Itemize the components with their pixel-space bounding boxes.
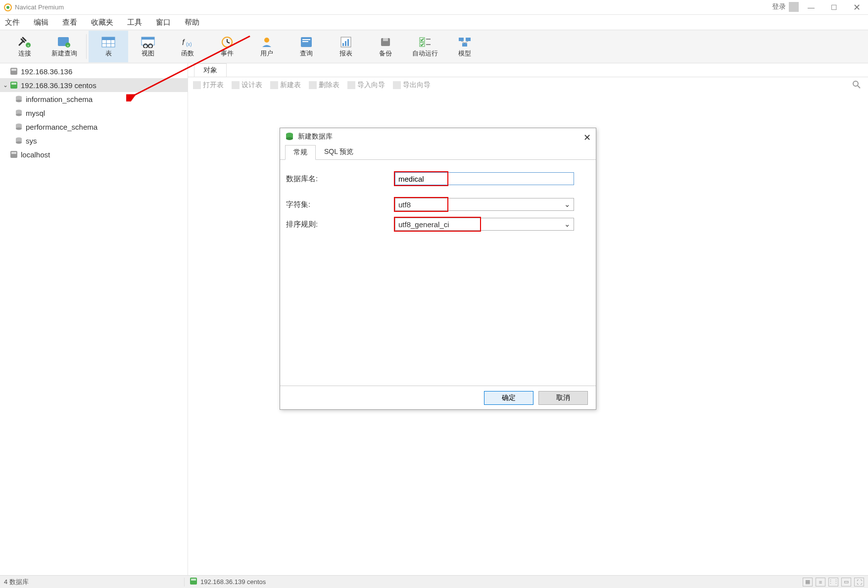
open-table-button[interactable]: 打开表 <box>193 81 224 90</box>
collation-select[interactable]: utf8_general_ci ⌄ <box>395 218 574 231</box>
menu-help[interactable]: 帮助 <box>185 18 199 27</box>
statusbar: 4 数据库 192.168.36.139 centos ▦ ≡ ⋮⋮ ▭ ⛶ <box>0 575 868 588</box>
status-db-count: 4 数据库 <box>4 578 185 587</box>
tree-db-mysql[interactable]: mysql <box>0 106 188 120</box>
svg-rect-30 <box>383 38 388 41</box>
svg-text:+: + <box>27 44 30 48</box>
server-active-icon <box>190 577 197 587</box>
svg-point-55 <box>16 142 22 144</box>
svg-line-20 <box>227 42 230 43</box>
search-icon[interactable] <box>852 80 861 91</box>
menu-favorites[interactable]: 收藏夹 <box>91 18 113 27</box>
minimize-button[interactable]: — <box>800 0 822 15</box>
app-title: Navicat Premium <box>15 3 64 11</box>
charset-select[interactable]: utf8 ⌄ <box>395 198 574 211</box>
dialog-footer: 确定 取消 <box>280 386 596 409</box>
toolbar-autorun[interactable]: 自动运行 <box>405 31 445 62</box>
label-charset: 字符集: <box>286 200 395 209</box>
toolbar-table[interactable]: 表 <box>89 31 128 62</box>
tree-db-information-schema[interactable]: information_schema <box>0 92 188 106</box>
menu-view[interactable]: 查看 <box>62 18 77 27</box>
autorun-icon <box>417 35 433 49</box>
tab-sql-preview[interactable]: SQL 预览 <box>316 145 362 159</box>
toolbar-backup[interactable]: 备份 <box>366 31 405 62</box>
collapse-icon[interactable]: ⌄ <box>2 82 9 89</box>
new-table-button[interactable]: 新建表 <box>270 81 301 90</box>
login-area[interactable]: 登录 <box>772 2 799 12</box>
tree-connection-2[interactable]: ⌄ 192.168.36.139 centos <box>0 78 188 92</box>
svg-text:+: + <box>67 44 69 48</box>
svg-rect-28 <box>347 39 349 46</box>
toolbar-query[interactable]: 查询 <box>287 31 326 62</box>
toolbar-event[interactable]: 事件 <box>207 31 247 62</box>
dialog-close-button[interactable]: ✕ <box>583 132 591 143</box>
svg-point-49 <box>16 114 22 116</box>
menu-file[interactable]: 文件 <box>5 18 20 27</box>
toolbar-model[interactable]: 模型 <box>445 31 484 62</box>
grid-view-icon[interactable]: ▦ <box>803 578 813 587</box>
window-controls: — ☐ ✕ <box>800 0 868 15</box>
toolbar-function[interactable]: f(x) 函数 <box>168 31 207 62</box>
svg-line-38 <box>461 41 465 43</box>
connection-tree: 192.168.36.136 ⌄ 192.168.36.139 centos i… <box>0 63 188 575</box>
toolbar-report[interactable]: 报表 <box>326 31 366 62</box>
label-dbname: 数据库名: <box>286 174 395 184</box>
server-icon <box>9 67 19 76</box>
status-view-buttons: ▦ ≡ ⋮⋮ ▭ ⛶ <box>803 578 864 587</box>
menu-edit[interactable]: 编辑 <box>34 18 48 27</box>
tree-db-sys[interactable]: sys <box>0 134 188 147</box>
menubar: 文件 编辑 查看 收藏夹 工具 窗口 帮助 <box>0 15 868 30</box>
query-icon <box>298 35 314 49</box>
panel-view-icon[interactable]: ▭ <box>841 578 851 587</box>
backup-icon <box>378 35 393 49</box>
titlebar: Navicat Premium 登录 — ☐ ✕ <box>0 0 868 15</box>
plug-icon: + <box>17 35 33 49</box>
svg-rect-41 <box>11 69 16 71</box>
dialog-body: 数据库名: 字符集: utf8 ⌄ 排序规则: utf8_general_ci <box>280 160 596 386</box>
design-table-icon <box>232 81 240 89</box>
export-wizard-button[interactable]: 导出向导 <box>393 81 431 90</box>
tab-general[interactable]: 常规 <box>285 145 316 160</box>
view-icon <box>140 35 156 49</box>
toolbar-connect[interactable]: + 连接 <box>5 31 45 62</box>
tree-connection-1[interactable]: 192.168.36.136 <box>0 64 188 78</box>
new-database-dialog: 新建数据库 ✕ 常规 SQL 预览 数据库名: 字符集: utf8 ⌄ 排序规则 <box>280 128 596 410</box>
dbname-input[interactable] <box>395 172 574 185</box>
new-query-icon: + <box>56 35 72 49</box>
detail-view-icon[interactable]: ⋮⋮ <box>828 578 838 587</box>
tree-db-performance-schema[interactable]: performance_schema <box>0 120 188 134</box>
main-toolbar: + 连接 + 新建查询 表 视图 f(x) 函数 事件 用户 查询 报表 备份 … <box>0 30 868 63</box>
app-logo-icon <box>4 3 12 11</box>
svg-rect-26 <box>342 43 344 46</box>
avatar-icon <box>789 2 799 12</box>
svg-point-65 <box>286 137 293 140</box>
status-connection: 192.168.36.139 centos <box>185 577 266 587</box>
toolbar-view[interactable]: 视图 <box>128 31 168 62</box>
fullscreen-icon[interactable]: ⛶ <box>854 578 864 587</box>
cancel-button[interactable]: 取消 <box>538 391 588 405</box>
tab-objects[interactable]: 对象 <box>194 63 227 77</box>
ok-button[interactable]: 确定 <box>484 391 533 405</box>
svg-point-21 <box>264 38 269 43</box>
toolbar-new-query[interactable]: + 新建查询 <box>45 31 84 62</box>
design-table-button[interactable]: 设计表 <box>232 81 262 90</box>
export-icon <box>393 81 401 89</box>
chevron-down-icon: ⌄ <box>564 200 571 209</box>
function-icon: f(x) <box>180 35 195 49</box>
svg-rect-43 <box>11 83 16 85</box>
report-icon <box>338 35 354 49</box>
menu-tools[interactable]: 工具 <box>127 18 142 27</box>
table-icon <box>100 35 116 49</box>
svg-point-46 <box>16 100 22 102</box>
menu-window[interactable]: 窗口 <box>156 18 171 27</box>
close-button[interactable]: ✕ <box>845 0 868 15</box>
svg-text:(x): (x) <box>186 42 192 47</box>
model-icon <box>457 35 473 49</box>
import-wizard-button[interactable]: 导入向导 <box>347 81 385 90</box>
toolbar-user[interactable]: 用户 <box>247 31 287 62</box>
tree-connection-3[interactable]: localhost <box>0 147 188 161</box>
delete-table-button[interactable]: 删除表 <box>309 81 339 90</box>
list-view-icon[interactable]: ≡ <box>816 578 825 587</box>
maximize-button[interactable]: ☐ <box>822 0 845 15</box>
svg-rect-36 <box>466 38 471 41</box>
